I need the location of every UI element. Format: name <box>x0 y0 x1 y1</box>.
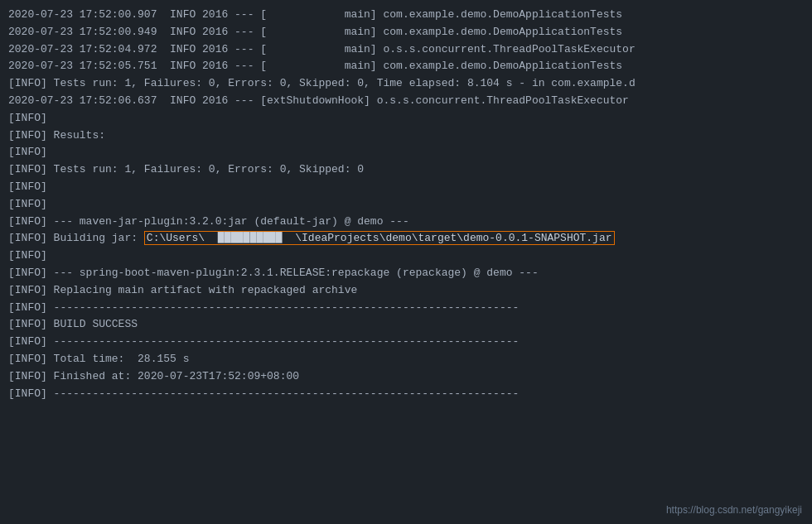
log-text-before: [INFO] Building jar: <box>8 232 144 244</box>
watermark: https://blog.csdn.net/gangyikeji <box>666 504 802 516</box>
log-line: [INFO] ---------------------------------… <box>8 386 804 403</box>
log-line: [INFO] Finished at: 2020-07-23T17:52:09+… <box>8 368 804 386</box>
log-line: [INFO] --- maven-jar-plugin:3.2.0:jar (d… <box>8 214 804 231</box>
highlighted-path: C:\Users\ ██████████ \IdeaProjects\demo\… <box>144 231 615 245</box>
log-line: [INFO] Replacing main artifact with repa… <box>8 282 804 300</box>
log-line: 2020-07-23 17:52:04.972 INFO 2016 --- [ … <box>8 41 804 59</box>
log-line: [INFO] <box>8 179 804 196</box>
log-line: [INFO] <box>8 196 804 214</box>
log-line: 2020-07-23 17:52:00.907 INFO 2016 --- [ … <box>8 7 804 24</box>
log-line: 2020-07-23 17:52:00.949 INFO 2016 --- [ … <box>8 24 804 41</box>
log-line: [INFO] Tests run: 1, Failures: 0, Errors… <box>8 75 804 93</box>
terminal-window: 2020-07-23 17:52:00.907 INFO 2016 --- [ … <box>0 0 812 524</box>
log-line: [INFO] <box>8 144 804 161</box>
log-line: 2020-07-23 17:52:05.751 INFO 2016 --- [ … <box>8 58 804 75</box>
log-line: [INFO] BUILD SUCCESS <box>8 316 804 334</box>
log-line: [INFO] Building jar: C:\Users\ █████████… <box>8 230 804 248</box>
log-container: 2020-07-23 17:52:00.907 INFO 2016 --- [ … <box>8 7 804 402</box>
log-line: [INFO] <box>8 110 804 127</box>
log-line: [INFO] Total time: 28.155 s <box>8 351 804 368</box>
log-line: [INFO] --- spring-boot-maven-plugin:2.3.… <box>8 265 804 282</box>
log-line: 2020-07-23 17:52:06.637 INFO 2016 --- [e… <box>8 93 804 110</box>
log-line: [INFO] <box>8 248 804 265</box>
log-line: [INFO] ---------------------------------… <box>8 334 804 351</box>
log-line: [INFO] ---------------------------------… <box>8 300 804 317</box>
log-line: [INFO] Tests run: 1, Failures: 0, Errors… <box>8 161 804 179</box>
log-line: [INFO] Results: <box>8 127 804 145</box>
